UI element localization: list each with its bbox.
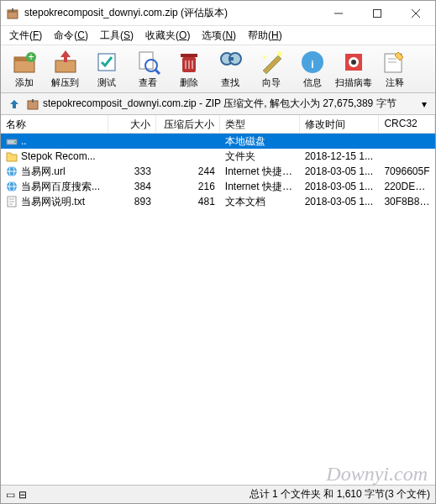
file-row[interactable]: 当易网.url333244Internet 快捷方式2018-03-05 1..… (1, 164, 435, 179)
col-crc[interactable]: CRC32 (379, 115, 435, 133)
tool-label: 查看 (139, 76, 157, 89)
menu-f[interactable]: 文件(F) (4, 27, 47, 45)
window-title: stepokrecomposit_downyi.com.zip (评估版本) (24, 6, 319, 20)
file-packed (156, 140, 220, 142)
test-button[interactable]: 测试 (87, 47, 126, 91)
col-name[interactable]: 名称 (1, 115, 108, 133)
tool-label: 扫描病毒 (335, 76, 372, 89)
col-mtime[interactable]: 修改时间 (300, 115, 380, 133)
delete-button[interactable]: 删除 (169, 47, 208, 91)
file-name: 当易网说明.txt (21, 195, 85, 209)
tool-label: 删除 (180, 76, 198, 89)
file-name: 当易网.url (21, 165, 66, 179)
app-icon (6, 7, 19, 20)
file-type: 文本文档 (220, 194, 300, 210)
menu-o[interactable]: 收藏夹(O) (140, 27, 195, 45)
tool-label: 向导 (262, 76, 281, 89)
file-packed: 244 (156, 165, 220, 178)
maximize-button[interactable] (358, 1, 397, 26)
file-packed (156, 155, 220, 157)
find-button[interactable]: 查找 (210, 47, 250, 91)
addressbar: stepokrecomposit_downyi.com.zip - ZIP 压缩… (1, 93, 435, 115)
file-size: 893 (108, 195, 156, 208)
svg-point-24 (277, 51, 282, 56)
file-row[interactable]: ..本地磁盘 (1, 134, 435, 149)
svg-rect-4 (374, 9, 381, 17)
file-list[interactable]: ..本地磁盘Stepok Recom...文件夹2018-12-15 1...当… (1, 134, 435, 485)
comment-button[interactable]: 注释 (375, 47, 414, 91)
file-row[interactable]: Stepok Recom...文件夹2018-12-15 1... (1, 149, 435, 164)
folder-icon (6, 150, 18, 162)
file-mtime: 2018-03-05 1... (300, 165, 380, 178)
menu-c[interactable]: 命令(C) (49, 27, 93, 45)
file-size: 384 (108, 180, 156, 193)
file-packed: 216 (156, 180, 220, 193)
info-button[interactable]: i信息 (292, 47, 332, 91)
file-row[interactable]: 当易网百度搜索...384216Internet 快捷方式2018-03-05 … (1, 179, 435, 194)
menu-h[interactable]: 帮助(H) (243, 27, 287, 45)
view-icon (134, 49, 161, 76)
wizard-button[interactable]: 向导 (251, 47, 291, 91)
view-button[interactable]: 查看 (128, 47, 167, 91)
file-type: 本地磁盘 (220, 134, 300, 150)
svg-rect-2 (12, 8, 13, 12)
col-packed[interactable]: 压缩后大小 (156, 115, 220, 133)
tool-label: 注释 (386, 76, 404, 89)
file-name: 当易网百度搜索... (21, 180, 100, 194)
svg-point-37 (14, 141, 16, 143)
svg-text:+: + (28, 51, 34, 63)
file-type: Internet 快捷方式 (220, 164, 300, 180)
tool-label: 查找 (221, 76, 239, 89)
file-type: Internet 快捷方式 (220, 179, 300, 195)
scan-icon (340, 49, 367, 76)
up-button[interactable] (6, 96, 23, 113)
file-crc (379, 140, 435, 142)
extract-icon (52, 49, 79, 76)
menu-s[interactable]: 工具(S) (95, 27, 139, 45)
status-text: 总计 1 个文件夹 和 1,610 字节(3 个文件) (250, 487, 430, 501)
file-crc: 30F8B88C (379, 195, 435, 208)
file-packed: 481 (156, 195, 220, 208)
col-size[interactable]: 大小 (108, 115, 156, 133)
svg-line-15 (155, 70, 160, 74)
comment-icon (381, 49, 408, 76)
address-text: stepokrecomposit_downyi.com.zip - ZIP 压缩… (43, 97, 415, 111)
test-icon (93, 49, 120, 76)
add-button[interactable]: +添加 (4, 47, 44, 91)
txt-icon (6, 196, 18, 207)
tool-label: 测试 (97, 76, 116, 89)
url-icon (6, 181, 18, 192)
info-icon: i (299, 49, 326, 76)
svg-rect-17 (181, 54, 197, 57)
file-name: Stepok Recom... (21, 150, 96, 162)
file-mtime (300, 140, 380, 142)
file-size: 333 (108, 165, 156, 178)
svg-point-25 (263, 55, 266, 59)
find-icon (217, 49, 244, 76)
dropdown-icon[interactable]: ▾ (418, 98, 430, 110)
file-crc: 220DE432 (379, 180, 435, 193)
statusbar: ▭ ⊟ 总计 1 个文件夹 和 1,610 字节(3 个文件) (1, 485, 435, 503)
col-type[interactable]: 类型 (220, 115, 300, 133)
add-icon: + (11, 49, 38, 76)
file-crc (379, 155, 435, 157)
drive-icon (6, 135, 18, 147)
file-type: 文件夹 (220, 149, 300, 165)
file-size (108, 140, 156, 142)
svg-rect-11 (55, 60, 76, 72)
menubar: 文件(F)命令(C)工具(S)收藏夹(O)选项(N)帮助(H) (1, 26, 435, 45)
minimize-button[interactable] (319, 1, 358, 26)
svg-text:i: i (311, 59, 313, 71)
file-row[interactable]: 当易网说明.txt893481文本文档2018-03-05 1...30F8B8… (1, 194, 435, 209)
toolbar: +添加解压到测试查看删除查找向导i信息扫描病毒注释 (1, 45, 435, 93)
menu-n[interactable]: 选项(N) (197, 27, 241, 45)
tool-label: 信息 (303, 76, 322, 89)
file-mtime: 2018-03-05 1... (300, 195, 380, 208)
extract-button[interactable]: 解压到 (45, 47, 85, 91)
wizard-icon (258, 49, 285, 76)
list-header: 名称 大小 压缩后大小 类型 修改时间 CRC32 (1, 115, 435, 134)
close-button[interactable] (397, 1, 435, 26)
status-icon2: ⊟ (18, 489, 27, 501)
status-icon: ▭ (6, 489, 15, 501)
scan-button[interactable]: 扫描病毒 (334, 47, 373, 91)
